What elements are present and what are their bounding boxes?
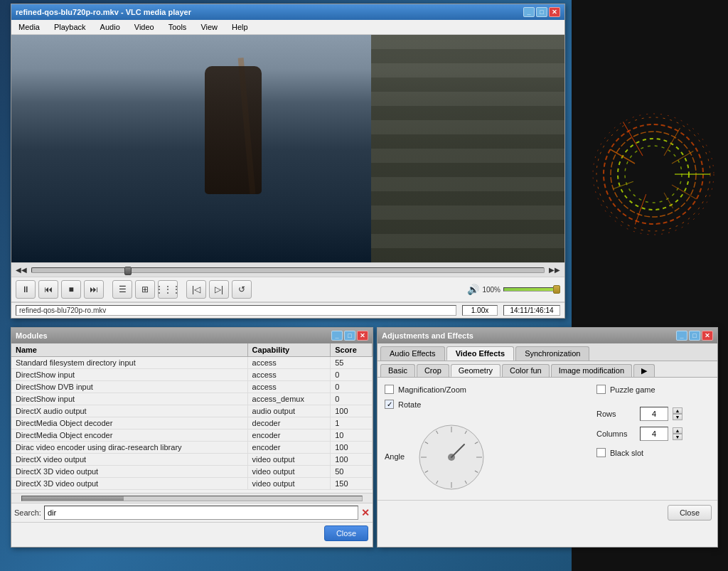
magnification-zoom-checkbox[interactable] <box>385 385 394 394</box>
menu-audio[interactable]: Audio <box>96 21 124 33</box>
table-row[interactable]: Dirac video encoder using dirac-research… <box>11 442 373 454</box>
vlc-video-area[interactable] <box>11 35 564 262</box>
cell-score: 50 <box>331 466 373 478</box>
table-row[interactable]: DirectX 3D video outputvideo output50 <box>11 466 373 478</box>
menu-tools[interactable]: Tools <box>164 21 191 33</box>
black-slot-label: Black slot <box>610 449 643 457</box>
sub-tab-basic[interactable]: Basic <box>380 364 415 377</box>
effects-close-button[interactable]: Close <box>668 505 712 521</box>
sub-tab-more[interactable]: ▶ <box>633 364 655 377</box>
columns-input[interactable] <box>640 427 668 441</box>
hscroll-thumb[interactable] <box>22 496 124 501</box>
vlc-controls: ⏸ ⏮ ■ ⏭ ☰ ⊞ ⋮⋮⋮ |◁ ▷| ↺ 🔊 100% <box>11 277 564 302</box>
modules-close-button[interactable]: Close <box>324 525 368 541</box>
menu-view[interactable]: View <box>196 21 222 33</box>
rows-input[interactable] <box>640 407 668 421</box>
columns-spin-up[interactable]: ▲ <box>673 427 682 434</box>
table-row[interactable]: Standard filesystem directory inputacces… <box>11 357 373 369</box>
ab-loop-button[interactable]: ↺ <box>232 280 252 299</box>
columns-row: Columns ▲ ▼ <box>596 427 710 441</box>
sub-tab-color-fun[interactable]: Color fun <box>502 364 550 377</box>
menu-help[interactable]: Help <box>228 21 252 33</box>
table-row[interactable]: DirectX 3D video outputvideo output150 <box>11 478 373 490</box>
cell-capability: video output <box>247 466 331 478</box>
columns-spinner-buttons: ▲ ▼ <box>673 427 682 440</box>
pause-button[interactable]: ⏸ <box>16 280 36 299</box>
modules-close-x[interactable]: ✕ <box>357 331 368 341</box>
modules-maximize[interactable]: □ <box>344 331 355 341</box>
table-row[interactable]: DirectShow DVB inputaccess0 <box>11 381 373 393</box>
next-chapter-button[interactable]: ⏭ <box>84 280 104 299</box>
angle-label: Angle <box>385 452 405 461</box>
cell-capability: encoder <box>247 442 331 454</box>
table-row[interactable]: DirectX audio outputaudio output100 <box>11 405 373 417</box>
stop-button[interactable]: ■ <box>61 280 81 299</box>
status-time: 14:11/1:46:14 <box>503 305 560 316</box>
menu-playback[interactable]: Playback <box>50 21 90 33</box>
svg-line-9 <box>672 185 697 199</box>
cell-name: Standard filesystem directory input <box>11 357 247 369</box>
progress-fwd-arrow[interactable]: ▶▶ <box>549 266 560 274</box>
cell-score: 100 <box>331 454 373 466</box>
menu-media[interactable]: Media <box>14 21 44 33</box>
modules-scroll-area[interactable]: Name Capability Score Standard filesyste… <box>11 343 373 493</box>
puzzle-game-checkbox[interactable] <box>596 385 606 394</box>
modules-footer: Close <box>11 522 373 544</box>
col-name[interactable]: Name <box>11 343 247 357</box>
effects-button[interactable]: ⋮⋮⋮ <box>158 280 178 299</box>
progress-thumb[interactable] <box>124 267 132 275</box>
progress-back-arrow[interactable]: ◀◀ <box>16 266 27 274</box>
table-row[interactable]: DirectShow inputaccess0 <box>11 369 373 381</box>
toggle-playlist-button[interactable]: ☰ <box>112 280 132 299</box>
effects-minimize[interactable]: _ <box>676 331 687 341</box>
rows-label: Rows <box>596 410 636 418</box>
tab-video-effects[interactable]: Video Effects <box>446 346 515 361</box>
frame-step-button[interactable]: ▷| <box>209 280 229 299</box>
cell-name: DirectX 3D video output <box>11 466 247 478</box>
table-row[interactable]: DirectX video outputvideo output100 <box>11 454 373 466</box>
cell-name: DirectShow DVB input <box>11 381 247 393</box>
modules-minimize[interactable]: _ <box>331 331 343 341</box>
sub-tab-image-modification[interactable]: Image modification <box>551 364 632 377</box>
hscroll-track[interactable] <box>21 496 363 501</box>
angle-dial[interactable] <box>416 422 487 493</box>
table-row[interactable]: DirectMedia Object encoderencoder10 <box>11 429 373 442</box>
volume-slider[interactable] <box>503 284 560 294</box>
prev-chapter-button[interactable]: ⏮ <box>38 280 58 299</box>
tab-synchronization[interactable]: Synchronization <box>515 346 589 361</box>
black-slot-checkbox[interactable] <box>596 448 606 457</box>
effects-footer: Close <box>378 500 717 525</box>
modules-hscrollbar[interactable] <box>11 493 373 503</box>
table-row[interactable]: DirectShow inputaccess_demux0 <box>11 393 373 405</box>
table-row[interactable]: DirectMedia Object decoderdecoder1 <box>11 417 373 429</box>
rows-spin-down[interactable]: ▼ <box>673 414 682 420</box>
search-clear-button[interactable]: ✕ <box>361 507 370 518</box>
minimize-button[interactable]: _ <box>523 7 535 17</box>
search-input[interactable] <box>44 506 358 520</box>
close-button[interactable]: ✕ <box>549 7 560 17</box>
video-figure <box>205 66 262 194</box>
maximize-button[interactable]: □ <box>536 7 547 17</box>
effects-maximize[interactable]: □ <box>689 331 700 341</box>
effects-close-x[interactable]: ✕ <box>702 331 713 341</box>
cell-name: DirectMedia Object encoder <box>11 429 247 442</box>
menu-video[interactable]: Video <box>130 21 159 33</box>
circular-visualization <box>586 107 721 242</box>
columns-spin-down[interactable]: ▼ <box>673 434 682 440</box>
video-building <box>371 35 564 262</box>
progress-track[interactable] <box>31 267 545 273</box>
rows-spin-up[interactable]: ▲ <box>673 407 682 414</box>
rotate-checkbox[interactable]: ✓ <box>385 400 394 409</box>
extended-settings-button[interactable]: ⊞ <box>135 280 155 299</box>
magnification-zoom-label: Magnification/Zoom <box>398 385 466 394</box>
sub-tab-geometry[interactable]: Geometry <box>451 364 500 377</box>
col-capability[interactable]: Capability <box>247 343 331 357</box>
cell-score: 55 <box>331 357 373 369</box>
angle-section: Angle <box>385 415 582 493</box>
tab-audio-effects[interactable]: Audio Effects <box>380 346 445 361</box>
frame-prev-button[interactable]: |◁ <box>186 280 206 299</box>
sub-tab-crop[interactable]: Crop <box>417 364 449 377</box>
col-score[interactable]: Score <box>331 343 373 357</box>
cell-capability: decoder <box>247 417 331 429</box>
volume-thumb[interactable] <box>553 285 560 294</box>
